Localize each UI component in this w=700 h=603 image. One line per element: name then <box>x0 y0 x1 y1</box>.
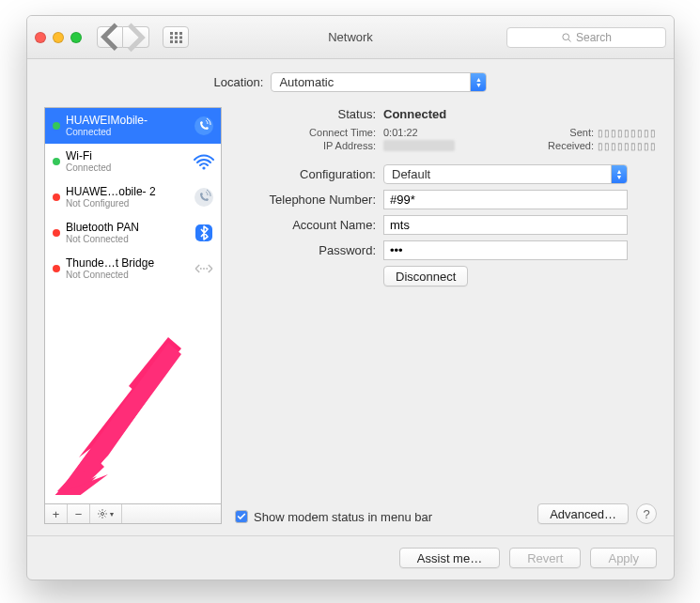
connect-time-label: Connect Time: <box>235 127 376 138</box>
check-icon <box>237 512 246 521</box>
svg-rect-4 <box>175 36 178 39</box>
svg-point-17 <box>206 268 208 270</box>
sent-label: Sent: <box>569 127 594 138</box>
location-select[interactable]: Automatic ▲▼ <box>271 72 487 92</box>
sidebar-item-bluetooth-pan[interactable]: Bluetooth PAN Not Connected <box>45 215 221 251</box>
svg-point-12 <box>202 166 205 169</box>
titlebar: Network Search <box>27 16 674 59</box>
search-placeholder: Search <box>576 31 612 44</box>
services-sidebar: HUAWEIMobile- Connected Wi-Fi Connected <box>44 107 222 524</box>
ip-address-label: IP Address: <box>235 140 376 151</box>
configuration-select[interactable]: Default ▲▼ <box>383 164 628 184</box>
svg-rect-1 <box>175 32 178 35</box>
svg-rect-7 <box>175 40 178 43</box>
status-value: Connected <box>383 107 446 121</box>
add-service-button[interactable]: + <box>45 504 68 523</box>
status-label: Status: <box>235 107 376 121</box>
remove-service-button[interactable]: − <box>68 504 90 523</box>
service-status: Not Connected <box>66 270 187 280</box>
account-name-input[interactable] <box>383 215 628 235</box>
service-status: Not Configured <box>66 198 187 209</box>
traffic-lights <box>35 32 82 43</box>
zoom-window-button[interactable] <box>70 32 82 43</box>
telephone-label: Telephone Number: <box>235 193 376 207</box>
assist-me-button[interactable]: Assist me… <box>399 548 500 568</box>
bluetooth-icon <box>193 223 215 243</box>
svg-line-24 <box>104 516 105 517</box>
svg-rect-8 <box>179 40 182 43</box>
phone-icon <box>193 187 215 208</box>
main-row: HUAWEIMobile- Connected Wi-Fi Connected <box>44 107 657 524</box>
thunderbolt-bridge-icon <box>193 258 215 279</box>
location-value: Automatic <box>279 75 470 89</box>
chevron-down-icon: ▼ <box>109 511 116 518</box>
phone-icon <box>193 116 215 136</box>
show-modem-status-checkbox[interactable] <box>235 510 248 523</box>
sidebar-footer-toolbar: + − ▼ <box>44 503 222 524</box>
search-input[interactable]: Search <box>506 27 666 48</box>
svg-rect-6 <box>170 40 173 43</box>
actions-menu-button[interactable]: ▼ <box>90 504 122 523</box>
password-input[interactable] <box>383 240 628 260</box>
show-all-button[interactable] <box>163 26 189 48</box>
svg-point-16 <box>203 268 205 270</box>
svg-rect-5 <box>179 36 182 39</box>
received-value: ▯▯▯▯▯▯▯▯▯ <box>598 141 657 151</box>
status-dot-icon <box>53 122 60 130</box>
configuration-value: Default <box>392 167 611 181</box>
search-icon <box>561 32 572 43</box>
svg-point-9 <box>563 33 569 39</box>
sidebar-item-thunderbolt-bridge[interactable]: Thunde…t Bridge Not Connected <box>45 251 221 286</box>
chevron-updown-icon: ▲▼ <box>470 73 486 91</box>
status-dot-icon <box>53 229 60 237</box>
sidebar-item-huawei-mobile-2[interactable]: HUAWE…obile- 2 Not Configured <box>45 179 221 215</box>
account-label: Account Name: <box>235 218 376 232</box>
revert-button[interactable]: Revert <box>509 548 581 568</box>
close-window-button[interactable] <box>35 32 46 43</box>
location-label: Location: <box>214 75 264 89</box>
gear-icon <box>97 508 108 519</box>
window-footer-buttons: Assist me… Revert Apply <box>27 535 674 580</box>
apply-button[interactable]: Apply <box>590 548 657 568</box>
svg-line-26 <box>99 516 100 517</box>
network-preferences-window: Network Search Location: Automatic ▲▼ <box>26 15 675 580</box>
content-area: Location: Automatic ▲▼ HUAWEIMobile- Con… <box>27 59 674 535</box>
service-status: Not Connected <box>66 234 187 244</box>
status-dot-icon <box>53 265 60 272</box>
connect-time-value: 0:01:22 <box>383 127 418 138</box>
svg-rect-0 <box>170 32 173 35</box>
show-modem-status-label: Show modem status in menu bar <box>254 510 432 524</box>
svg-rect-3 <box>170 36 173 39</box>
sidebar-item-wifi[interactable]: Wi-Fi Connected <box>45 144 221 179</box>
service-name: HUAWE…obile- 2 <box>66 186 187 198</box>
disconnect-button[interactable]: Disconnect <box>383 266 468 286</box>
svg-point-15 <box>200 268 202 270</box>
forward-button[interactable] <box>123 26 149 48</box>
received-label: Received: <box>548 140 594 151</box>
configuration-label: Configuration: <box>235 167 376 181</box>
sidebar-item-huawei-mobile[interactable]: HUAWEIMobile- Connected <box>45 108 221 144</box>
advanced-button[interactable]: Advanced… <box>537 503 629 524</box>
detail-footer: Show modem status in menu bar Advanced… … <box>235 503 657 524</box>
svg-point-11 <box>194 116 213 135</box>
services-list[interactable]: HUAWEIMobile- Connected Wi-Fi Connected <box>44 107 222 503</box>
back-button[interactable] <box>97 26 123 48</box>
back-forward-group <box>97 26 149 48</box>
service-status: Connected <box>66 162 187 173</box>
service-name: Wi-Fi <box>66 150 187 162</box>
service-status: Connected <box>66 127 187 137</box>
svg-point-18 <box>101 513 103 516</box>
svg-rect-2 <box>179 32 182 35</box>
service-name: Bluetooth PAN <box>66 222 187 234</box>
telephone-input[interactable] <box>383 190 628 209</box>
password-label: Password: <box>235 243 376 257</box>
svg-point-13 <box>194 188 213 207</box>
chevron-updown-icon: ▲▼ <box>611 165 627 183</box>
sent-value: ▯▯▯▯▯▯▯▯▯ <box>598 128 657 138</box>
svg-line-25 <box>104 511 105 512</box>
status-dot-icon <box>53 158 60 165</box>
help-button[interactable]: ? <box>636 503 657 524</box>
detail-panel: Status: Connected Connect Time: 0:01:22 … <box>235 107 657 524</box>
minimize-window-button[interactable] <box>53 32 64 43</box>
ip-address-value <box>383 140 455 151</box>
